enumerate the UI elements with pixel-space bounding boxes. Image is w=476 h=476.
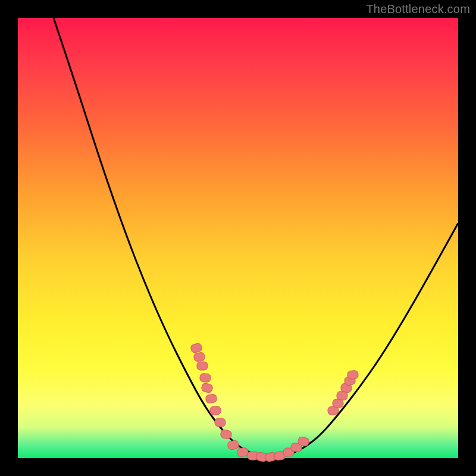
curve-marker: [220, 429, 232, 439]
plot-area: [18, 18, 458, 458]
watermark-label: TheBottleneck.com: [366, 2, 470, 16]
curve-marker: [347, 370, 359, 379]
chart-frame: TheBottleneck.com: [0, 0, 476, 476]
curve-marker: [190, 343, 202, 353]
curve-marker: [201, 383, 214, 393]
curve-marker: [210, 406, 221, 415]
curve-marker: [193, 352, 205, 362]
curve-marker: [199, 373, 211, 383]
curve-marker: [197, 362, 208, 370]
marker-layer: [190, 343, 358, 462]
curve-marker: [333, 399, 343, 408]
curve-marker: [227, 440, 240, 450]
curve-marker: [215, 418, 226, 427]
curve-marker: [237, 447, 248, 457]
chart-svg: [18, 18, 458, 458]
curve-layer: [54, 18, 458, 457]
curve-marker: [205, 394, 217, 404]
bottleneck-curve: [54, 18, 458, 457]
